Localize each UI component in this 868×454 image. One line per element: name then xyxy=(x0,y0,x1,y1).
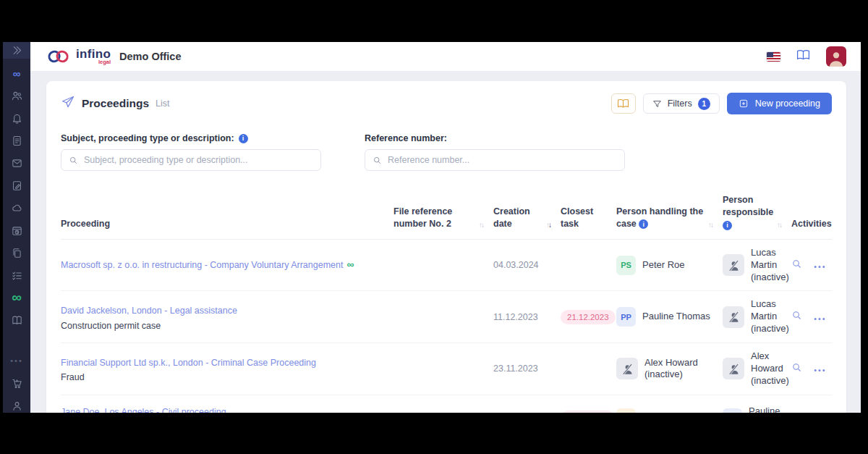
calendar-clock-icon[interactable] xyxy=(9,223,24,237)
proceeding-link[interactable]: Macrosoft sp. z o.o. in restructuring - … xyxy=(61,260,343,270)
person-name: Lucas Martin (inactive) xyxy=(751,298,789,335)
proceedings-active-icon[interactable]: ∞ xyxy=(9,290,24,305)
closest-task-date: 22.11.2023 xyxy=(561,411,615,413)
column-label: Proceeding xyxy=(61,218,110,230)
preview-search-icon[interactable] xyxy=(791,411,802,413)
more-actions-icon[interactable] xyxy=(814,362,825,375)
notifications-bell-icon[interactable] xyxy=(9,111,24,125)
sidebar: ∞ xyxy=(3,42,30,413)
documents-icon[interactable] xyxy=(9,133,24,148)
sidebar-expand-button[interactable] xyxy=(3,42,30,59)
help-book-icon[interactable] xyxy=(796,49,810,64)
infinity-logo-icon[interactable]: ∞ xyxy=(9,66,24,80)
mail-icon[interactable] xyxy=(9,156,24,170)
creation-date: 11.12.2023 xyxy=(493,312,561,322)
closest-task-date: 21.12.2023 xyxy=(561,310,616,324)
person-handling-cell: Alex Howard (inactive) xyxy=(616,357,723,382)
column-label: Person handling the case xyxy=(616,206,703,229)
info-icon[interactable]: i xyxy=(723,221,732,230)
table-row[interactable]: Jane Doe, Los Angeles - Civil proceeding… xyxy=(61,395,832,413)
search-icon xyxy=(373,156,382,165)
more-actions-icon[interactable] xyxy=(814,311,825,324)
contacts-icon[interactable] xyxy=(9,88,24,103)
app-header: infino legal Demo Office xyxy=(30,42,861,71)
person-responsible-cell: Alex Howard (inactive) xyxy=(723,350,791,387)
proceeding-link[interactable]: David Jackelson, London - Legal assistan… xyxy=(61,306,237,316)
funnel-icon xyxy=(652,99,662,109)
document-edit-icon[interactable] xyxy=(9,178,24,193)
proceeding-link[interactable]: Financial Support Ltd sp.k., London - Cr… xyxy=(61,358,316,368)
preview-search-icon[interactable] xyxy=(791,258,802,272)
proceedings-card: Proceedings List Filters 1 xyxy=(46,81,846,413)
tasks-list-icon[interactable] xyxy=(9,268,24,282)
inactive-user-icon xyxy=(723,306,744,328)
table-row[interactable]: David Jackelson, London - Legal assistan… xyxy=(61,291,832,343)
reference-filter-label-text: Reference number: xyxy=(365,133,447,143)
more-dots-icon[interactable]: ••• xyxy=(9,353,24,368)
proceeding-description: Fraud xyxy=(61,372,383,382)
table-row[interactable]: Financial Support Ltd sp.k., London - Cr… xyxy=(61,343,832,395)
sort-icon[interactable]: ↑↓ xyxy=(479,220,483,230)
column-header-closest-task: Closest task xyxy=(561,194,616,230)
user-avatar[interactable] xyxy=(826,46,846,67)
linked-infinity-icon: ∞ xyxy=(346,258,354,270)
preview-search-icon[interactable] xyxy=(791,362,802,376)
creation-date: 23.11.2023 xyxy=(493,363,561,374)
cart-icon[interactable] xyxy=(9,376,24,390)
new-proceeding-label: New proceeding xyxy=(755,98,820,109)
activities-cell xyxy=(791,362,835,376)
proceeding-link[interactable]: Jane Doe, Los Angeles - Civil proceeding xyxy=(61,407,226,413)
cloud-icon[interactable] xyxy=(9,201,24,215)
sort-icon[interactable]: ↑↓ xyxy=(546,220,550,230)
content-area: Proceedings List Filters 1 xyxy=(30,71,861,413)
infinity-brand-icon xyxy=(46,49,71,64)
subject-search-input[interactable] xyxy=(84,155,313,165)
subject-filter-label: Subject, proceeding type or description:… xyxy=(61,133,321,143)
more-actions-icon[interactable] xyxy=(814,258,825,272)
inactive-user-icon xyxy=(723,254,744,276)
search-icon xyxy=(69,156,78,165)
new-proceeding-button[interactable]: New proceeding xyxy=(727,93,832,114)
filters-button[interactable]: Filters 1 xyxy=(643,93,720,114)
filters-count-badge: 1 xyxy=(698,98,710,110)
person-name: Caroline Novac xyxy=(642,412,707,413)
column-label: Creation date xyxy=(493,206,546,230)
sort-icon[interactable]: ↑↓ xyxy=(777,220,781,230)
proceedings-table: Proceeding File reference number No. 2 ↑… xyxy=(61,184,832,413)
person-name: Pauline Thomas xyxy=(642,311,710,323)
more-actions-icon[interactable] xyxy=(814,411,825,413)
column-header-activities: Activities xyxy=(791,194,842,230)
profile-icon[interactable] xyxy=(9,398,24,413)
orange-book-icon xyxy=(617,98,629,109)
activities-cell xyxy=(791,411,835,413)
person-responsible-cell: Lucas Martin (inactive) xyxy=(723,247,791,284)
subject-search-field xyxy=(61,149,321,171)
language-flag-us-icon[interactable] xyxy=(767,52,780,62)
column-label: Closest task xyxy=(561,206,606,230)
person-name: Lucas Martin (inactive) xyxy=(751,247,789,284)
knowledge-book-icon[interactable] xyxy=(9,313,24,327)
plus-square-icon xyxy=(739,98,749,109)
person-handling-cell: CN Caroline Novac xyxy=(616,408,723,413)
creation-date: 04.03.2024 xyxy=(493,260,561,270)
dictionary-button[interactable] xyxy=(611,93,636,114)
brand-logo[interactable]: infino legal xyxy=(46,48,111,65)
person-name: Pauline Thomas xyxy=(749,405,783,413)
column-header-creation-date: Creation date ↑↓ xyxy=(493,194,561,230)
info-icon[interactable]: i xyxy=(239,134,248,143)
person-handling-cell: PS Peter Roe xyxy=(616,256,723,275)
inactive-user-icon xyxy=(723,358,744,379)
info-icon[interactable]: i xyxy=(639,219,648,229)
person-name: Alex Howard (inactive) xyxy=(751,350,789,387)
page-title: Proceedings xyxy=(82,97,149,110)
reference-search-input[interactable] xyxy=(388,155,617,165)
copies-icon[interactable] xyxy=(9,245,24,260)
reference-filter-label: Reference number: xyxy=(365,133,625,143)
reference-search-field xyxy=(365,149,625,171)
table-row[interactable]: Macrosoft sp. z o.o. in restructuring - … xyxy=(61,240,832,292)
table-header-row: Proceeding File reference number No. 2 ↑… xyxy=(61,184,832,240)
person-responsible-cell: PP Pauline Thomas xyxy=(723,405,791,413)
preview-search-icon[interactable] xyxy=(791,310,802,324)
inactive-user-icon xyxy=(616,358,638,379)
sort-icon[interactable]: ↑↓ xyxy=(708,220,712,230)
